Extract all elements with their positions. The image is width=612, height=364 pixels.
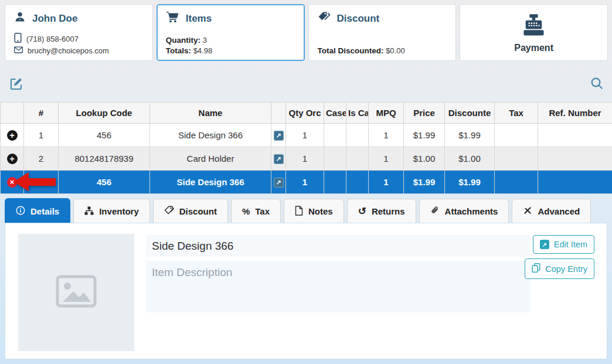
cell-row-number: 1 (24, 124, 59, 147)
cell-lookup-code: 456 (59, 171, 150, 194)
cell-discounted: $1.99 (445, 124, 495, 147)
open-item-icon[interactable]: ↗ (274, 178, 284, 188)
open-item-icon[interactable]: ↗ (274, 131, 284, 141)
discount-total-label: Total Discounted: (318, 46, 384, 55)
tab-advanced[interactable]: Advanced (512, 199, 591, 223)
tab-attachments[interactable]: Attachments (419, 199, 509, 223)
tab-notes-label: Notes (308, 206, 333, 216)
info-icon (16, 206, 25, 217)
cell-tax (495, 147, 538, 171)
cell-mpq: 1 (369, 147, 404, 171)
cell-qty: 1 (286, 171, 324, 194)
cell-row-number: 2 (24, 147, 59, 171)
item-description-field: Item Description (146, 261, 531, 312)
cell-qty: 1 (286, 124, 324, 147)
cell-discounted: $1.99 (445, 171, 495, 194)
cell-is-case (346, 124, 369, 147)
tab-inventory[interactable]: Inventory (73, 199, 150, 223)
cell-cases (324, 171, 346, 194)
person-icon (14, 11, 26, 26)
undo-icon: ↺ (358, 206, 366, 216)
cash-register-icon (521, 13, 547, 40)
open-item-icon[interactable]: ↗ (274, 154, 284, 164)
envelope-icon (14, 46, 23, 55)
tab-returns[interactable]: ↺ Returns (347, 199, 416, 223)
customer-email-line: bruchy@choicepos.com (14, 46, 144, 55)
tools-icon (523, 206, 532, 217)
image-icon (56, 275, 97, 310)
delete-row-button[interactable]: × (7, 177, 18, 188)
customer-card[interactable]: John Doe (718) 858-6007 bruchy@choicepos… (5, 4, 153, 61)
discount-card[interactable]: Discount Total Discounted: $0.00 (308, 4, 457, 61)
edit-item-button[interactable]: ↗ Edit Item (533, 235, 594, 254)
cell-lookup-code: 456 (59, 124, 150, 147)
tab-details[interactable]: Details (5, 198, 70, 223)
items-card-label: Items (186, 13, 212, 25)
cell-mpq: 1 (369, 124, 404, 147)
header-link (271, 103, 286, 124)
table-row-selected[interactable]: × 456 Side Design 366 ↗ 1 1 $1.99 $1.99 (1, 171, 612, 194)
sitemap-icon (84, 206, 94, 217)
discount-card-label: Discount (337, 13, 380, 25)
cell-ref-number (538, 124, 612, 147)
cell-qty: 1 (286, 147, 324, 171)
table-row[interactable]: + 2 801248178939 Card Holder ↗ 1 1 $1.00… (1, 147, 612, 171)
item-name-field: Side Design 366 (146, 235, 531, 257)
copy-entry-label: Copy Entry (545, 264, 587, 274)
items-totals-value: $4.98 (193, 46, 213, 55)
detail-tabs: Details Inventory Discount % Tax Notes ↺… (5, 198, 591, 223)
header-price: Price (404, 103, 445, 124)
header-ref-number: Ref. Number (538, 103, 612, 124)
header-mpq: MPQ (369, 103, 404, 124)
header-discounted: Discounte (445, 103, 495, 124)
cell-price: $1.00 (404, 147, 445, 171)
summary-cards-row: John Doe (718) 858-6007 bruchy@choicepos… (5, 4, 608, 61)
header-lookup-code: Lookup Code (59, 103, 150, 124)
payment-card-label: Payment (514, 43, 553, 53)
tag-icon (164, 206, 174, 217)
mobile-phone-icon (14, 33, 22, 45)
discount-card-title: Discount (318, 11, 447, 26)
cell-price: $1.99 (404, 124, 445, 147)
customer-email: bruchy@choicepos.com (28, 46, 109, 55)
cell-cases (324, 147, 346, 171)
table-row[interactable]: + 1 456 Side Design 366 ↗ 1 1 $1.99 $1.9… (1, 124, 612, 147)
header-is-case: Is Ca (346, 103, 369, 124)
search-icon[interactable] (590, 77, 603, 90)
items-totals-label: Totals: (166, 46, 191, 55)
tab-returns-label: Returns (372, 206, 405, 216)
tab-advanced-label: Advanced (538, 206, 580, 216)
cell-price: $1.99 (404, 171, 445, 194)
file-icon (295, 206, 303, 217)
cell-ref-number (538, 147, 612, 171)
cell-mpq: 1 (369, 171, 404, 194)
cart-icon (166, 11, 179, 26)
header-name: Name (150, 103, 271, 124)
customer-card-title: John Doe (14, 11, 144, 26)
tab-tax[interactable]: % Tax (231, 199, 281, 223)
cell-item-name: Side Design 366 (150, 171, 271, 194)
cell-item-name: Card Holder (150, 147, 271, 171)
edit-item-label: Edit Item (554, 240, 587, 249)
cell-is-case (346, 171, 369, 194)
copy-entry-button[interactable]: Copy Entry (525, 258, 594, 279)
cell-row-number (24, 171, 59, 194)
discount-total-line: Total Discounted: $0.00 (318, 46, 447, 55)
items-quantity-label: Quantity: (166, 36, 200, 45)
tab-discount[interactable]: Discount (153, 199, 228, 223)
cell-cases (324, 124, 346, 147)
header-cases: Case (324, 103, 346, 124)
customer-phone-line: (718) 858-6007 (14, 33, 144, 45)
tab-tax-label: Tax (255, 206, 270, 216)
expand-row-button[interactable]: + (7, 154, 18, 164)
payment-card[interactable]: Payment (460, 4, 608, 61)
header-tax: Tax (495, 103, 538, 124)
header-number: # (24, 103, 59, 124)
expand-row-button[interactable]: + (7, 130, 18, 141)
tags-icon (318, 11, 331, 26)
items-card[interactable]: Items Quantity: 3 Totals: $4.98 (157, 4, 305, 61)
edit-order-icon[interactable] (10, 77, 23, 90)
edit-item-icon: ↗ (540, 240, 549, 249)
tab-notes[interactable]: Notes (284, 199, 344, 223)
tab-details-label: Details (30, 206, 59, 216)
